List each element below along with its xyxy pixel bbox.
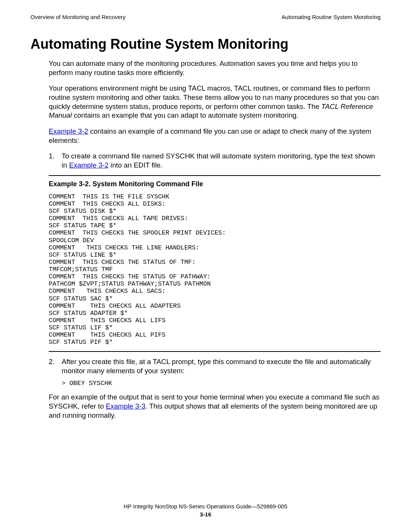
- example-3-2-link[interactable]: Example 3-2: [49, 127, 88, 135]
- example-3-2-link-inline[interactable]: Example 3-2: [69, 161, 109, 169]
- ordered-item-2: 2. After you create this file, at a TACL…: [49, 357, 381, 375]
- ol1-text: To create a command file named SYSCHK th…: [62, 152, 381, 169]
- obey-command: > OBEY SYSCHK: [62, 379, 381, 388]
- ol2-number: 2.: [49, 357, 62, 375]
- example-bottom-rule: [49, 351, 381, 352]
- footer-doc-line: HP Integrity NonStop NS-Series Operation…: [0, 502, 411, 510]
- page-footer: HP Integrity NonStop NS-Series Operation…: [0, 502, 411, 518]
- intro-paragraph-2: Your operations environment might be usi…: [49, 84, 381, 120]
- header-right: Automating Routine System Monitoring: [282, 14, 381, 20]
- ordered-item-1: 1. To create a command file named SYSCHK…: [49, 152, 381, 169]
- body-content: You can automate many of the monitoring …: [49, 59, 381, 420]
- ol1-number: 1.: [49, 152, 62, 169]
- ol1-b: into an EDIT file.: [108, 161, 162, 169]
- example-caption: Example 3-2. System Monitoring Command F…: [49, 180, 381, 189]
- example-top-rule: [49, 175, 381, 176]
- example-3-3-link[interactable]: Example 3-3: [106, 402, 145, 410]
- header-left: Overview of Monitoring and Recovery: [30, 14, 126, 20]
- closing-paragraph: For an example of the output that is sen…: [49, 393, 381, 420]
- para2-text-b: contains an example that you can adapt t…: [72, 111, 298, 119]
- running-header: Overview of Monitoring and Recovery Auto…: [30, 14, 381, 20]
- footer-page-number: 3-16: [0, 510, 411, 518]
- para3-rest: contains an example of a command file yo…: [49, 127, 371, 144]
- page-title: Automating Routine System Monitoring: [30, 36, 381, 52]
- example-code-block: COMMENT THIS IS THE FILE SYSCHK COMMENT …: [49, 193, 381, 346]
- intro-paragraph-1: You can automate many of the monitoring …: [49, 59, 381, 77]
- intro-paragraph-3: Example 3-2 contains an example of a com…: [49, 127, 381, 145]
- ol2-text: After you create this file, at a TACL pr…: [62, 357, 381, 375]
